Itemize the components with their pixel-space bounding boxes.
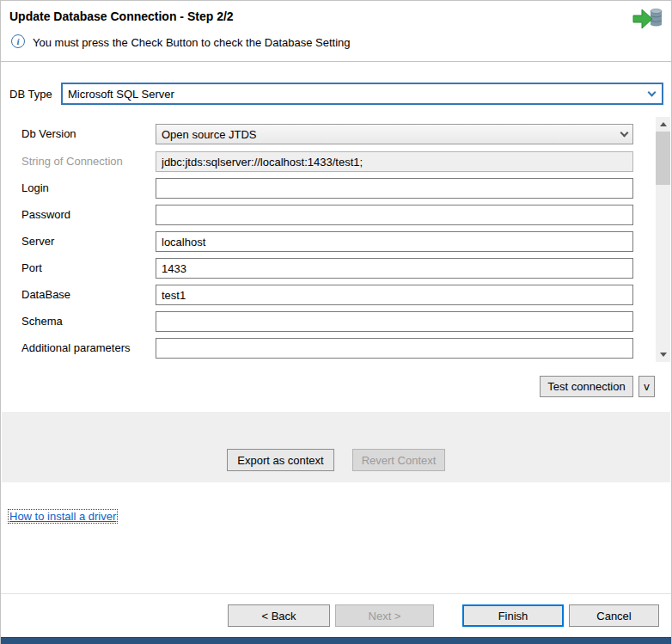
chevron-down-icon <box>648 88 657 96</box>
form-row-login: Login <box>1 178 671 199</box>
form-row-connection-string: String of Connection <box>1 151 671 173</box>
context-section <box>2 412 670 482</box>
export-as-context-button[interactable]: Export as context <box>227 449 334 471</box>
page-title: Update Database Connection - Step 2/2 <box>9 9 234 23</box>
database-input[interactable] <box>156 285 633 305</box>
how-to-install-driver-link[interactable]: How to install a driver <box>9 510 117 523</box>
test-connection-button[interactable]: Test connection <box>540 376 633 397</box>
field-label-db-version: Db Version <box>21 127 76 140</box>
server-input[interactable] <box>156 231 633 252</box>
port-input[interactable] <box>156 258 633 279</box>
header-separator <box>1 61 671 62</box>
field-label-password: Password <box>21 208 70 221</box>
db-version-value: Open source JTDS <box>162 128 257 141</box>
additional-parameters-input[interactable] <box>156 338 633 359</box>
scrollbar-thumb[interactable] <box>656 132 670 185</box>
db-version-select[interactable]: Open source JTDS <box>156 124 633 144</box>
update-db-connection-dialog: Update Database Connection - Step 2/2 i … <box>0 0 672 644</box>
field-label-database: DataBase <box>21 288 70 301</box>
scrollbar-down-icon[interactable] <box>656 347 670 362</box>
finish-button[interactable]: Finish <box>462 604 564 627</box>
db-type-select[interactable]: Microsoft SQL Server <box>61 83 663 105</box>
scrollbar-up-icon[interactable] <box>656 117 670 132</box>
chevron-down-icon <box>620 128 629 137</box>
revert-context-button: Revert Context <box>352 449 445 471</box>
form-row-schema: Schema <box>1 311 671 333</box>
cancel-button[interactable]: Cancel <box>569 604 659 627</box>
db-type-value: Microsoft SQL Server <box>68 88 174 101</box>
test-connection-dropdown-button[interactable]: v <box>638 376 655 397</box>
schema-input[interactable] <box>156 311 633 332</box>
field-label-server: Server <box>21 235 54 248</box>
database-arrow-icon <box>632 5 663 33</box>
info-icon: i <box>11 34 25 48</box>
field-label-login: Login <box>21 181 49 194</box>
field-label-additional-parameters: Additional parameters <box>21 341 130 354</box>
string-of-connection-input <box>156 151 633 172</box>
db-type-label: DB Type <box>9 88 52 101</box>
footer-separator <box>1 593 671 594</box>
back-button[interactable]: < Back <box>228 604 330 627</box>
password-input[interactable] <box>156 205 633 225</box>
next-button: Next > <box>335 604 434 627</box>
form-row-password: Password <box>1 205 671 226</box>
form-row-port: Port <box>1 258 671 279</box>
form-row-server: Server <box>1 231 671 253</box>
form-row-database: DataBase <box>1 285 671 306</box>
form-row-additional-parameters: Additional parameters <box>1 338 671 359</box>
info-message: You must press the Check Button to check… <box>33 36 351 49</box>
window-bottom-frame <box>1 637 671 644</box>
form-scrollbar[interactable] <box>656 117 670 362</box>
login-input[interactable] <box>156 178 633 199</box>
field-label-port: Port <box>21 261 42 274</box>
field-label-string-of-connection: String of Connection <box>21 155 123 168</box>
field-label-schema: Schema <box>21 315 63 328</box>
form-row-db-version: Db Version Open source JTDS <box>1 124 671 145</box>
